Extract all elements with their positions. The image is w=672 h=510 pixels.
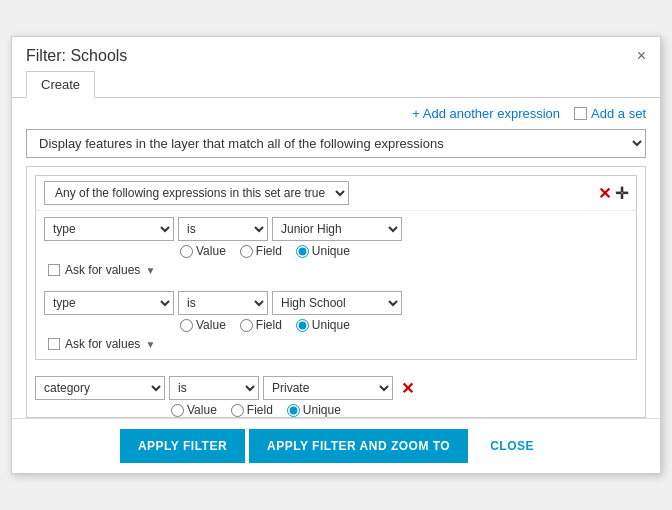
outer-expr-radio-unique[interactable]: Unique <box>287 403 341 417</box>
outer-expr-field-select[interactable]: category <box>35 376 165 400</box>
tabs-row: Create <box>12 71 660 98</box>
outer-expr-op-select[interactable]: is <box>169 376 259 400</box>
outer-expr-value-select[interactable]: Private <box>263 376 393 400</box>
dialog-title: Filter: Schools <box>26 47 127 65</box>
set-delete-icon[interactable]: ✕ <box>598 184 611 203</box>
add-set-checkbox-icon <box>574 107 587 120</box>
toolbar-row: + Add another expression Add a set <box>12 98 660 125</box>
set-block-1: Any of the following expressions in this… <box>35 175 637 360</box>
main-dropdown-row: Display features in the layer that match… <box>12 125 660 166</box>
set1-expr2-op-select[interactable]: is <box>178 291 268 315</box>
set1-expr2-field-select[interactable]: type <box>44 291 174 315</box>
set1-expr2-ask-label: Ask for values <box>65 337 140 351</box>
set1-expr1-ask-checkbox[interactable] <box>48 264 60 276</box>
close-button[interactable]: CLOSE <box>472 429 552 463</box>
set-move-icon[interactable]: ✛ <box>615 184 628 203</box>
set1-expr1-ask-label: Ask for values <box>65 263 140 277</box>
set1-expr1-ask-chevron-icon[interactable]: ▼ <box>145 265 155 276</box>
main-expression-dropdown[interactable]: Display features in the layer that match… <box>26 129 646 158</box>
set1-expr2-radio-unique[interactable]: Unique <box>296 318 350 332</box>
set1-expr2-radio-value[interactable]: Value <box>180 318 226 332</box>
set1-expr1-radio-field[interactable]: Field <box>240 244 282 258</box>
set1-expr2-value-select[interactable]: High School <box>272 291 402 315</box>
add-expression-button[interactable]: + Add another expression <box>412 106 560 121</box>
set1-expr2-radio-field[interactable]: Field <box>240 318 282 332</box>
set1-expr1-radio-unique[interactable]: Unique <box>296 244 350 258</box>
set1-expr2-row: type is High School Value Field <box>36 285 636 359</box>
outer-expr-radio-field[interactable]: Field <box>231 403 273 417</box>
outer-expr-delete-icon[interactable]: ✕ <box>401 379 414 398</box>
tab-create[interactable]: Create <box>26 71 95 98</box>
outer-expr-radio-value[interactable]: Value <box>171 403 217 417</box>
set1-expr1-field-select[interactable]: type <box>44 217 174 241</box>
dialog-close-x-button[interactable]: × <box>637 48 646 64</box>
filter-dialog: Filter: Schools × Create + Add another e… <box>11 36 661 474</box>
set1-expr2-ask-row: Ask for values ▼ <box>44 335 628 357</box>
set1-expr2-inputs: type is High School <box>44 291 628 315</box>
set1-expr2-ask-checkbox[interactable] <box>48 338 60 350</box>
set1-expr1-ask-row: Ask for values ▼ <box>44 261 628 283</box>
dialog-titlebar: Filter: Schools × <box>12 37 660 71</box>
set-icons: ✕ ✛ <box>598 184 628 203</box>
footer-row: APPLY FILTER APPLY FILTER AND ZOOM TO CL… <box>12 418 660 473</box>
set1-expr1-value-select[interactable]: Junior High <box>272 217 402 241</box>
outer-expr-block: category is Private ✕ Value Field U <box>27 368 645 418</box>
apply-filter-zoom-button[interactable]: APPLY FILTER AND ZOOM TO <box>249 429 468 463</box>
set1-expr1-radio-row: Value Field Unique <box>44 241 628 261</box>
set1-expr1-inputs: type is Junior High <box>44 217 628 241</box>
set1-expr1-radio-value[interactable]: Value <box>180 244 226 258</box>
set1-expr1-row: type is Junior High Value Field <box>36 211 636 285</box>
set1-expr2-ask-chevron-icon[interactable]: ▼ <box>145 339 155 350</box>
outer-expr-inputs-row: category is Private ✕ <box>35 376 637 400</box>
apply-filter-button[interactable]: APPLY FILTER <box>120 429 245 463</box>
outer-expr-radio-row: Value Field Unique <box>35 400 637 418</box>
set1-expr1-op-select[interactable]: is <box>178 217 268 241</box>
set-header-1: Any of the following expressions in this… <box>36 176 636 211</box>
add-set-button[interactable]: Add a set <box>574 106 646 121</box>
set1-expr2-radio-row: Value Field Unique <box>44 315 628 335</box>
set-condition-dropdown[interactable]: Any of the following expressions in this… <box>44 181 349 205</box>
filter-area[interactable]: Any of the following expressions in this… <box>26 166 646 418</box>
